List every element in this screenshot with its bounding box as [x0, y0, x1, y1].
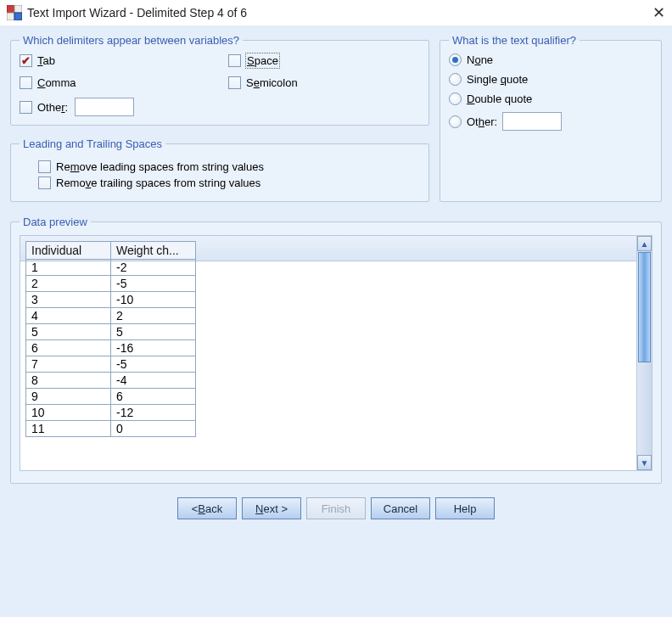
checkbox-icon: ✔: [20, 76, 32, 89]
table-row: 6-16: [26, 340, 196, 356]
qualifier-double[interactable]: Double quote: [449, 93, 652, 105]
radio-icon: [449, 53, 462, 66]
table-row: 42: [26, 308, 196, 324]
data-preview-group: Data preview Individual Weight ch... 1-2…: [10, 216, 662, 484]
table-cell: 5: [111, 324, 196, 340]
table-row: 10-12: [26, 405, 196, 421]
wizard-buttons: < Back Next > Finish Cancel Help: [10, 491, 662, 524]
radio-icon: [449, 93, 462, 105]
table-cell: 6: [26, 340, 111, 356]
table-cell: 2: [26, 276, 111, 292]
window-title: Text Import Wizard - Delimited Step 4 of…: [27, 6, 640, 20]
qualifier-other-label: Other:: [467, 115, 497, 128]
table-cell: 7: [26, 356, 111, 373]
delimiter-comma-label: Comma: [37, 76, 76, 89]
table-cell: 8: [26, 373, 111, 389]
checkbox-icon: ✔: [228, 54, 241, 67]
qualifier-group: What is the text qualifier? None Single …: [440, 34, 662, 202]
qualifier-none[interactable]: None: [449, 53, 652, 66]
table-row: 8-4: [26, 373, 196, 389]
delimiter-other-input[interactable]: [75, 98, 134, 116]
scroll-track[interactable]: [637, 251, 652, 455]
qualifier-single-label: Single quote: [467, 73, 528, 86]
checkbox-icon: ✔: [20, 54, 32, 67]
delimiter-other-label: Other:: [37, 101, 68, 114]
leadtrail-legend: Leading and Trailing Spaces: [20, 137, 165, 150]
delimiter-tab-label: Tab: [37, 54, 55, 67]
table-cell: 0: [111, 421, 196, 437]
table-row: 110: [26, 421, 196, 437]
table-cell: -5: [111, 276, 196, 292]
preview-table: Individual Weight ch... 1-22-53-1042556-…: [25, 241, 196, 437]
remove-leading[interactable]: ✔ Remove leading spaces from string valu…: [38, 160, 420, 173]
vertical-scrollbar[interactable]: ▲ ▼: [636, 236, 652, 470]
table-row: 96: [26, 389, 196, 405]
delimiters-group: Which delimiters appear between variable…: [10, 34, 429, 126]
finish-button: Finish: [306, 497, 366, 519]
delimiter-semicolon-label: Semicolon: [246, 76, 298, 89]
table-cell: -12: [111, 405, 196, 421]
remove-trailing-label: Remove trailing spaces from string value…: [56, 177, 260, 189]
table-cell: 4: [26, 308, 111, 324]
table-cell: 11: [26, 421, 111, 437]
remove-trailing[interactable]: ✔ Remove trailing spaces from string val…: [38, 177, 420, 189]
table-cell: 10: [26, 405, 111, 421]
table-cell: 6: [111, 389, 196, 405]
delimiter-space[interactable]: ✔ Space: [228, 53, 420, 68]
table-cell: -5: [111, 356, 196, 373]
delimiters-legend: Which delimiters appear between variable…: [20, 34, 243, 47]
preview-box: Individual Weight ch... 1-22-53-1042556-…: [20, 235, 652, 471]
table-cell: 2: [111, 308, 196, 324]
radio-icon: [449, 115, 462, 128]
table-cell: -10: [111, 292, 196, 308]
table-row: 7-5: [26, 356, 196, 373]
remove-leading-label: Remove leading spaces from string values: [56, 160, 264, 173]
content-area: Which delimiters appear between variable…: [0, 25, 672, 530]
delimiter-comma[interactable]: ✔ Comma: [20, 76, 211, 89]
svg-rect-2: [7, 13, 14, 20]
table-cell: 3: [26, 292, 111, 308]
delimiter-tab[interactable]: ✔ Tab: [20, 53, 211, 68]
column-header[interactable]: Weight ch...: [111, 242, 196, 260]
scroll-up-icon[interactable]: ▲: [637, 236, 652, 251]
checkbox-icon: ✔: [38, 160, 51, 173]
table-cell: 1: [26, 260, 111, 276]
table-cell: -16: [111, 340, 196, 356]
scroll-down-icon[interactable]: ▼: [637, 455, 652, 470]
table-cell: -4: [111, 373, 196, 389]
qualifier-none-label: None: [467, 53, 493, 66]
svg-rect-1: [14, 5, 22, 13]
radio-icon: [449, 73, 462, 86]
qualifier-other-input[interactable]: [502, 112, 562, 131]
delimiter-semicolon[interactable]: ✔ Semicolon: [228, 76, 420, 89]
qualifier-double-label: Double quote: [467, 93, 532, 105]
table-cell: 5: [26, 324, 111, 340]
checkbox-icon: ✔: [228, 76, 241, 89]
svg-rect-3: [14, 13, 22, 20]
qualifier-single[interactable]: Single quote: [449, 73, 652, 86]
table-cell: 9: [26, 389, 111, 405]
table-row: 1-2: [26, 260, 196, 276]
preview-legend: Data preview: [20, 216, 91, 228]
column-header[interactable]: Individual: [26, 242, 111, 260]
scroll-thumb[interactable]: [638, 252, 651, 362]
svg-rect-0: [7, 5, 14, 13]
leading-trailing-group: Leading and Trailing Spaces ✔ Remove lea…: [10, 137, 429, 202]
table-row: 55: [26, 324, 196, 340]
delimiter-other[interactable]: ✔ Other:: [20, 101, 68, 114]
qualifier-other[interactable]: Other:: [449, 112, 652, 131]
table-row: 3-10: [26, 292, 196, 308]
delimiter-space-label: Space: [246, 53, 279, 68]
table-cell: -2: [111, 260, 196, 276]
checkbox-icon: ✔: [38, 177, 51, 189]
app-icon: [7, 5, 22, 20]
titlebar: Text Import Wizard - Delimited Step 4 of…: [0, 0, 672, 25]
help-button[interactable]: Help: [435, 497, 495, 519]
qualifier-legend: What is the text qualifier?: [449, 34, 580, 47]
close-icon[interactable]: ✕: [640, 3, 665, 22]
next-button[interactable]: Next >: [242, 497, 301, 519]
back-button[interactable]: < Back: [177, 497, 237, 519]
checkbox-icon: ✔: [20, 101, 32, 114]
cancel-button[interactable]: Cancel: [371, 497, 430, 519]
table-row: 2-5: [26, 276, 196, 292]
